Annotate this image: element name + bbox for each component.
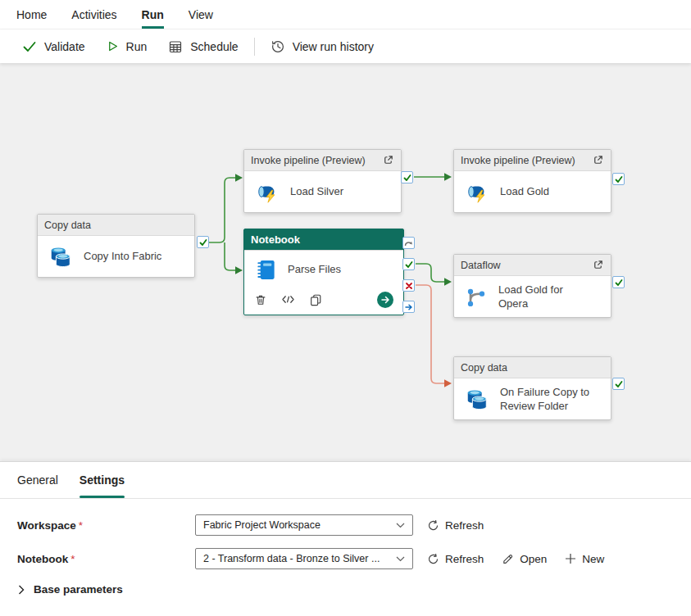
menubar: Home Activities Run View xyxy=(0,0,691,29)
play-icon xyxy=(107,40,119,52)
activity-node-load-gold-for-opera[interactable]: Dataflow Load Gold f xyxy=(453,254,611,318)
success-badge-load-silver xyxy=(401,171,413,183)
open-in-new-icon[interactable] xyxy=(592,154,604,166)
node-header: Invoke pipeline (Preview) xyxy=(244,150,401,171)
port-on-success-icon[interactable] xyxy=(402,258,415,270)
delete-icon[interactable] xyxy=(254,293,267,306)
activity-node-copy-into-fabric[interactable]: Copy data Copy Into Fabric xyxy=(37,214,195,278)
tab-general[interactable]: General xyxy=(17,462,58,498)
node-name-label: Load Gold for Opera xyxy=(498,283,584,310)
port-on-fail-icon[interactable] xyxy=(402,279,415,292)
node-name-label: Load Gold xyxy=(500,185,549,198)
node-header: Dataflow xyxy=(454,255,611,276)
chevron-down-icon xyxy=(396,556,405,562)
success-badge-copy-into-fabric xyxy=(197,236,209,248)
schedule-button[interactable]: Schedule xyxy=(157,29,248,63)
open-in-new-icon[interactable] xyxy=(592,259,604,271)
activity-node-on-failure-copy[interactable]: Copy data On Failure Copy to R xyxy=(453,356,611,420)
node-type-label: Invoke pipeline (Preview) xyxy=(251,155,366,166)
pipeline-canvas[interactable]: Copy data Copy Into Fabric xyxy=(0,63,691,461)
workspace-dropdown[interactable]: Fabric Project Workspace xyxy=(195,514,413,536)
view-run-history-button[interactable]: View run history xyxy=(260,29,384,63)
refresh-label: Refresh xyxy=(445,553,484,565)
node-type-label: Invoke pipeline (Preview) xyxy=(461,155,575,166)
success-badge-dataflow xyxy=(612,276,625,288)
open-in-new-icon[interactable] xyxy=(382,154,394,166)
panel-tabs: General Settings xyxy=(0,462,691,499)
menu-run[interactable]: Run xyxy=(142,0,164,29)
open-label: Open xyxy=(520,553,547,565)
chevron-down-icon xyxy=(396,523,405,528)
base-parameters-toggle[interactable]: Base parameters xyxy=(0,583,691,596)
refresh-icon xyxy=(427,519,439,532)
pipeline-editor: Home Activities Run View Validate Run xyxy=(0,0,691,616)
validate-label: Validate xyxy=(44,40,85,53)
workspace-refresh-button[interactable]: Refresh xyxy=(427,519,484,532)
notebook-dropdown[interactable]: 2 - Transform data - Bronze to Silver ..… xyxy=(195,548,413,569)
node-name-label: Copy Into Fabric xyxy=(84,250,161,263)
port-on-completion-icon[interactable] xyxy=(402,301,415,313)
notebook-new-button[interactable]: New xyxy=(565,553,604,565)
dataflow-icon xyxy=(465,286,488,309)
calendar-icon xyxy=(168,39,183,54)
activity-node-load-gold[interactable]: Invoke pipeline (Preview) Load Go xyxy=(453,149,611,213)
code-icon[interactable] xyxy=(281,293,295,306)
node-type-label: Copy data xyxy=(44,220,91,231)
workspace-value: Fabric Project Workspace xyxy=(203,519,320,531)
node-name-label: On Failure Copy to Review Folder xyxy=(500,386,595,413)
invoke-pipeline-icon xyxy=(465,180,489,205)
properties-panel: General Settings Workspace* Fabric Proje… xyxy=(0,461,691,616)
copy-data-icon xyxy=(48,245,73,270)
chevron-right-icon xyxy=(18,585,25,595)
node-header: Invoke pipeline (Preview) xyxy=(454,150,611,171)
activity-node-load-silver[interactable]: Invoke pipeline (Preview) Load Si xyxy=(243,149,402,213)
notebook-open-button[interactable]: Open xyxy=(502,553,547,565)
duplicate-icon[interactable] xyxy=(309,293,322,306)
node-name-label: Load Silver xyxy=(290,185,343,198)
go-arrow-icon[interactable] xyxy=(377,292,393,308)
node-name-label: Parse Files xyxy=(288,263,341,276)
invoke-pipeline-icon xyxy=(255,180,280,205)
success-badge-on-failure-copy xyxy=(612,378,625,390)
notebook-icon xyxy=(255,259,277,281)
node-header: Copy data xyxy=(454,357,611,378)
view-run-history-label: View run history xyxy=(293,40,374,53)
workspace-row: Workspace* Fabric Project Workspace Re xyxy=(0,514,691,536)
node-type-label: Copy data xyxy=(461,362,507,374)
port-on-skip-icon[interactable] xyxy=(402,237,415,249)
node-type-label: Notebook xyxy=(251,233,300,246)
notebook-refresh-button[interactable]: Refresh xyxy=(427,553,484,565)
refresh-label: Refresh xyxy=(445,519,484,532)
workspace-label: Workspace* xyxy=(17,519,195,532)
menu-home[interactable]: Home xyxy=(16,0,47,29)
menu-activities[interactable]: Activities xyxy=(71,0,116,29)
schedule-label: Schedule xyxy=(190,40,238,53)
new-label: New xyxy=(582,553,604,565)
node-header: Notebook xyxy=(244,229,403,251)
notebook-value: 2 - Transform data - Bronze to Silver ..… xyxy=(203,553,380,564)
history-icon xyxy=(270,39,285,54)
base-parameters-label: Base parameters xyxy=(34,583,123,596)
node-type-label: Dataflow xyxy=(461,260,501,271)
checkmark-icon xyxy=(22,39,37,54)
notebook-row: Notebook* 2 - Transform data - Bronze to… xyxy=(0,548,691,569)
run-button[interactable]: Run xyxy=(96,29,158,63)
copy-data-icon xyxy=(465,387,489,412)
toolbar: Validate Run Schedule xyxy=(0,29,691,63)
validate-button[interactable]: Validate xyxy=(11,29,96,63)
success-badge-load-gold xyxy=(612,173,625,185)
activity-node-parse-files[interactable]: Notebook Parse Files xyxy=(243,229,404,315)
required-asterisk: * xyxy=(79,519,83,532)
notebook-label: Notebook* xyxy=(17,553,195,565)
node-toolbar xyxy=(244,288,403,310)
required-asterisk: * xyxy=(70,553,75,565)
menu-view[interactable]: View xyxy=(189,0,213,29)
refresh-icon xyxy=(427,553,439,565)
node-header: Copy data xyxy=(38,215,194,236)
pencil-icon xyxy=(502,553,514,565)
tab-settings[interactable]: Settings xyxy=(80,462,125,498)
toolbar-divider xyxy=(254,38,255,56)
run-label: Run xyxy=(126,40,148,53)
plus-icon xyxy=(565,553,576,564)
